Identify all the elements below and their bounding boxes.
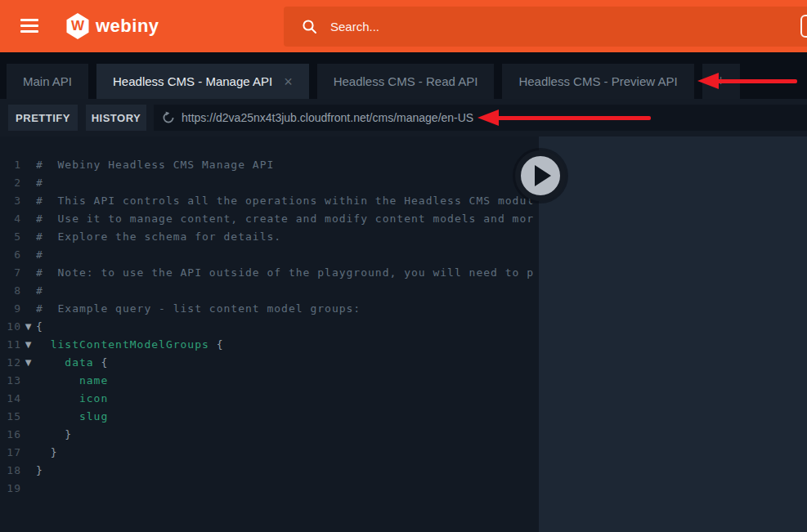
code-line[interactable]: 15 slug: [0, 408, 539, 426]
search-icon: [302, 19, 317, 34]
code-text: slug: [36, 408, 539, 426]
code-line[interactable]: 18}: [0, 462, 539, 480]
code-line[interactable]: 16 }: [0, 426, 539, 444]
search-input[interactable]: Search... /: [284, 7, 807, 47]
line-number: 11: [0, 336, 21, 354]
code-text: name: [36, 372, 539, 390]
code-line[interactable]: 19: [0, 480, 539, 498]
fold-gutter: [21, 282, 36, 300]
tab-headless-preview-api[interactable]: Headless CMS - Preview API: [502, 64, 693, 99]
tabs-container: Main APIHeadless CMS - Manage API×Headle…: [7, 64, 740, 99]
code-line[interactable]: 8#: [0, 282, 539, 300]
code-text: # This API controls all the operations w…: [36, 192, 539, 210]
tab-label: Headless CMS - Preview API: [518, 74, 677, 88]
code-line[interactable]: 4# Use it to manage content, create and …: [0, 210, 539, 228]
fold-arrow-icon[interactable]: ▼: [21, 336, 36, 354]
fold-gutter: [21, 192, 36, 210]
code-line[interactable]: 6#: [0, 246, 539, 264]
line-number: 6: [0, 246, 21, 264]
line-number: 18: [0, 462, 21, 480]
code-line[interactable]: 10▼{: [0, 318, 539, 336]
query-code: 1# Webiny Headless CMS Manage API2#3# Th…: [0, 136, 539, 498]
response-pane: [539, 136, 807, 532]
tab-headless-read-api[interactable]: Headless CMS - Read API: [317, 64, 495, 99]
webiny-logo-text: webiny: [96, 16, 159, 37]
history-button[interactable]: HISTORY: [86, 105, 146, 131]
code-text: }: [36, 462, 539, 480]
endpoint-url-text: https://d2va25nx4t3jub.cloudfront.net/cm…: [182, 111, 473, 124]
annotation-arrow-add-tab: [697, 73, 797, 90]
line-number: 5: [0, 228, 21, 246]
code-text: # Webiny Headless CMS Manage API: [36, 156, 539, 174]
webiny-logo-letter: W: [71, 18, 84, 34]
reload-endpoint-icon[interactable]: [162, 111, 175, 124]
code-text: }: [36, 444, 539, 462]
code-line[interactable]: 13 name: [0, 372, 539, 390]
code-text: #: [36, 282, 539, 300]
code-text: [36, 480, 539, 498]
code-text: {: [36, 318, 539, 336]
fold-arrow-icon[interactable]: ▼: [21, 318, 36, 336]
webiny-logo[interactable]: W webiny: [65, 12, 159, 40]
fold-gutter: [21, 228, 36, 246]
code-text: #: [36, 174, 539, 192]
code-line[interactable]: 7# Note: to use the API outside of the p…: [0, 264, 539, 282]
line-number: 19: [0, 480, 21, 498]
fold-gutter: [21, 408, 36, 426]
line-number: 3: [0, 192, 21, 210]
fold-gutter: [21, 444, 36, 462]
code-line[interactable]: 5# Explore the schema for details.: [0, 228, 539, 246]
tab-headless-manage-api[interactable]: Headless CMS - Manage API×: [96, 64, 309, 99]
code-line[interactable]: 12▼ data {: [0, 354, 539, 372]
code-text: data {: [36, 354, 539, 372]
fold-gutter: [21, 372, 36, 390]
code-line[interactable]: 3# This API controls all the operations …: [0, 192, 539, 210]
code-line[interactable]: 9# Example query - list content model gr…: [0, 300, 539, 318]
line-number: 14: [0, 390, 21, 408]
tab-label: Main API: [23, 74, 72, 88]
api-tab-strip: Main APIHeadless CMS - Manage API×Headle…: [0, 52, 807, 99]
play-icon: [535, 165, 551, 186]
code-text: # Use it to manage content, create and m…: [36, 210, 539, 228]
code-text: # Example query - list content model gro…: [36, 300, 539, 318]
line-number: 9: [0, 300, 21, 318]
fold-gutter: [21, 156, 36, 174]
fold-gutter: [21, 174, 36, 192]
prettify-button[interactable]: PRETTIFY: [8, 105, 78, 131]
code-text: listContentModelGroups {: [36, 336, 539, 354]
code-text: # Note: to use the API outside of the pl…: [36, 264, 539, 282]
editor-toolbar: PRETTIFY HISTORY https://d2va25nx4t3jub.…: [0, 99, 807, 136]
code-line[interactable]: 14 icon: [0, 390, 539, 408]
code-text: #: [36, 246, 539, 264]
line-number: 2: [0, 174, 21, 192]
code-text: # Explore the schema for details.: [36, 228, 539, 246]
line-number: 13: [0, 372, 21, 390]
fold-gutter: [21, 426, 36, 444]
close-tab-icon[interactable]: ×: [284, 74, 293, 89]
code-text: }: [36, 426, 539, 444]
execute-query-button[interactable]: [515, 150, 566, 201]
fold-gutter: [21, 480, 36, 498]
line-number: 17: [0, 444, 21, 462]
code-line[interactable]: 11▼ listContentModelGroups {: [0, 336, 539, 354]
fold-arrow-icon[interactable]: ▼: [21, 354, 36, 372]
line-number: 7: [0, 264, 21, 282]
line-number: 4: [0, 210, 21, 228]
fold-gutter: [21, 246, 36, 264]
tab-label: Headless CMS - Manage API: [113, 74, 272, 88]
line-number: 15: [0, 408, 21, 426]
hamburger-menu-icon[interactable]: [20, 19, 38, 34]
code-line[interactable]: 2#: [0, 174, 539, 192]
app-header: W webiny Search... /: [0, 0, 807, 52]
code-text: icon: [36, 390, 539, 408]
code-line[interactable]: 17 }: [0, 444, 539, 462]
fold-gutter: [21, 210, 36, 228]
query-editor-pane[interactable]: 1# Webiny Headless CMS Manage API2#3# Th…: [0, 136, 539, 532]
line-number: 10: [0, 318, 21, 336]
fold-gutter: [21, 390, 36, 408]
line-number: 1: [0, 156, 21, 174]
code-line[interactable]: 1# Webiny Headless CMS Manage API: [0, 156, 539, 174]
fold-gutter: [21, 300, 36, 318]
tab-main-api[interactable]: Main API: [7, 64, 88, 99]
annotation-arrow-endpoint-url: [477, 110, 651, 127]
